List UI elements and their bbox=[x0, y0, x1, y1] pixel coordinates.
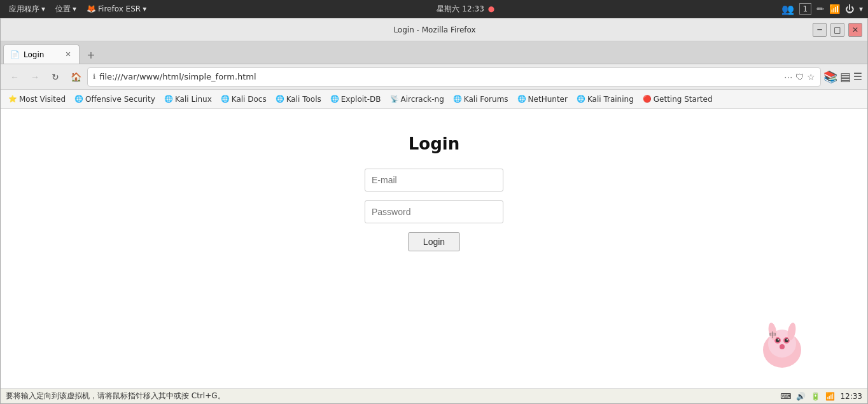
minimize-button[interactable]: ─ bbox=[813, 23, 827, 37]
more-icon[interactable]: ⋯ bbox=[784, 72, 793, 82]
close-button[interactable]: ✕ bbox=[848, 23, 862, 37]
svg-point-5 bbox=[767, 322, 778, 341]
url-bar[interactable]: ℹ file:///var/www/html/simple_form.html … bbox=[87, 67, 821, 87]
sidebar-icon[interactable]: ▤ bbox=[840, 70, 851, 83]
library-icon[interactable]: 📚 bbox=[823, 70, 837, 83]
aircrack-ng-icon: 📡 bbox=[390, 95, 399, 103]
url-bar-right-icons: ⋯ 🛡 ☆ bbox=[784, 72, 815, 82]
speaker-icon: 🔊 bbox=[796, 392, 806, 401]
exploit-db-icon: 🌐 bbox=[330, 95, 339, 103]
clock-dot: ● bbox=[488, 4, 494, 13]
shield-icon[interactable]: 🛡 bbox=[795, 72, 804, 82]
login-button[interactable]: Login bbox=[408, 232, 460, 251]
kali-tools-icon: 🌐 bbox=[276, 95, 284, 103]
svg-point-4 bbox=[780, 344, 785, 349]
home-button[interactable]: 🏠 bbox=[67, 68, 85, 86]
bookmark-aircrack-ng[interactable]: 📡 Aircrack-ng bbox=[386, 94, 448, 105]
firefox-titlebar: Login - Mozilla Firefox ─ □ ✕ bbox=[1, 18, 867, 41]
network-icon: 📶 bbox=[825, 392, 835, 401]
signal-icon: 📶 bbox=[829, 4, 840, 14]
getting-started-icon: 🔴 bbox=[643, 95, 652, 103]
firefox-arrow: ▾ bbox=[143, 4, 146, 13]
bookmark-kali-linux-label: Kali Linux bbox=[175, 95, 212, 104]
security-icon: ℹ bbox=[93, 73, 95, 81]
hamburger-menu-icon[interactable]: ☰ bbox=[853, 71, 862, 83]
tab-bar: 📄 Login ✕ + bbox=[1, 41, 867, 64]
bookmark-offensive-security-label: Offensive Security bbox=[85, 95, 155, 104]
firefox-window: Login - Mozilla Firefox ─ □ ✕ 📄 Login ✕ … bbox=[0, 18, 868, 404]
status-message: 要将输入定向到该虚拟机，请将鼠标指针移入其中或按 Ctrl+G。 bbox=[6, 391, 225, 401]
svg-point-9 bbox=[778, 339, 779, 340]
bookmarks-bar: ⭐ Most Visited 🌐 Offensive Security 🌐 Ka… bbox=[1, 90, 867, 109]
bookmark-kali-training-label: Kali Training bbox=[587, 95, 634, 104]
firefox-label: Firefox ESR bbox=[98, 4, 141, 13]
kali-docs-icon: 🌐 bbox=[221, 95, 230, 103]
people-icon[interactable]: 👥 bbox=[781, 3, 794, 15]
battery-icon: 🔋 bbox=[811, 392, 820, 401]
nethunter-icon: 🌐 bbox=[517, 95, 526, 103]
reload-button[interactable]: ↻ bbox=[46, 68, 64, 86]
applications-label: 应用程序 bbox=[9, 4, 39, 15]
svg-point-2 bbox=[774, 337, 781, 344]
login-heading: Login bbox=[409, 134, 459, 153]
workspace-indicator[interactable]: 1 bbox=[799, 3, 812, 15]
tab-favicon: 📄 bbox=[10, 50, 20, 59]
kali-forums-icon: 🌐 bbox=[453, 95, 462, 103]
bookmark-getting-started-label: Getting Started bbox=[654, 95, 713, 104]
clock-status: 12:33 bbox=[840, 392, 862, 401]
power-arrow[interactable]: ▾ bbox=[859, 4, 863, 13]
bookmark-kali-tools[interactable]: 🌐 Kali Tools bbox=[272, 94, 325, 105]
bookmark-kali-training[interactable]: 🌐 Kali Training bbox=[573, 94, 638, 105]
bookmark-most-visited-label: Most Visited bbox=[19, 95, 66, 104]
keyboard-icon: ⌨ bbox=[780, 392, 791, 401]
svg-point-8 bbox=[785, 338, 788, 342]
most-visited-icon: ⭐ bbox=[8, 95, 17, 103]
bookmark-offensive-security[interactable]: 🌐 Offensive Security bbox=[71, 94, 159, 105]
bookmark-getting-started[interactable]: 🔴 Getting Started bbox=[639, 94, 717, 105]
bookmark-aircrack-ng-label: Aircrack-ng bbox=[401, 95, 444, 104]
bookmark-nethunter[interactable]: 🌐 NetHunter bbox=[514, 94, 571, 105]
tab-close-button[interactable]: ✕ bbox=[64, 50, 73, 59]
page-content: Login Login bbox=[1, 109, 867, 388]
bookmark-star-icon[interactable]: ☆ bbox=[807, 72, 815, 82]
new-tab-button[interactable]: + bbox=[82, 46, 100, 64]
bookmark-kali-tools-label: Kali Tools bbox=[286, 95, 321, 104]
maximize-button[interactable]: □ bbox=[830, 23, 844, 37]
svg-text:中: 中 bbox=[769, 331, 776, 338]
bookmark-nethunter-label: NetHunter bbox=[528, 95, 568, 104]
email-input[interactable] bbox=[365, 169, 503, 192]
kali-linux-icon: 🌐 bbox=[164, 95, 173, 103]
login-form: Login bbox=[365, 169, 503, 251]
browser-title: Login - Mozilla Firefox bbox=[57, 25, 813, 34]
active-tab[interactable]: 📄 Login ✕ bbox=[3, 45, 80, 64]
os-topbar-right: 👥 1 ✏️ 📶 ⏻ ▾ bbox=[781, 3, 863, 15]
tab-label: Login bbox=[24, 50, 60, 59]
password-input[interactable] bbox=[365, 200, 503, 223]
kali-training-icon: 🌐 bbox=[577, 95, 585, 103]
pen-icon: ✏️ bbox=[816, 4, 824, 14]
forward-button[interactable]: → bbox=[26, 68, 44, 86]
mascot-area: 中 bbox=[747, 309, 817, 372]
offensive-security-icon: 🌐 bbox=[74, 95, 83, 103]
svg-point-6 bbox=[787, 322, 797, 341]
firefox-menu[interactable]: 🦊 Firefox ESR ▾ bbox=[83, 3, 150, 15]
status-bar: 要将输入定向到该虚拟机，请将鼠标指针移入其中或按 Ctrl+G。 ⌨ 🔊 🔋 📶… bbox=[1, 388, 867, 403]
places-menu[interactable]: 位置 ▾ bbox=[52, 3, 80, 16]
bookmark-kali-docs[interactable]: 🌐 Kali Docs bbox=[217, 94, 270, 105]
bookmark-kali-linux[interactable]: 🌐 Kali Linux bbox=[160, 94, 216, 105]
url-text: file:///var/www/html/simple_form.html bbox=[99, 72, 780, 81]
back-button[interactable]: ← bbox=[6, 68, 24, 86]
mascot-svg: 中 bbox=[747, 309, 817, 372]
clock-display: 星期六 12:33 bbox=[437, 4, 484, 15]
places-arrow: ▾ bbox=[73, 4, 76, 13]
applications-menu[interactable]: 应用程序 ▾ bbox=[5, 3, 49, 16]
bookmark-exploit-db-label: Exploit-DB bbox=[341, 95, 381, 104]
bookmark-exploit-db[interactable]: 🌐 Exploit-DB bbox=[326, 94, 385, 105]
firefox-icon: 🦊 bbox=[87, 4, 96, 13]
bookmark-kali-forums[interactable]: 🌐 Kali Forums bbox=[449, 94, 512, 105]
power-icon[interactable]: ⏻ bbox=[845, 4, 854, 14]
svg-point-10 bbox=[787, 339, 788, 340]
svg-point-1 bbox=[768, 330, 796, 358]
svg-point-3 bbox=[783, 337, 790, 344]
bookmark-most-visited[interactable]: ⭐ Most Visited bbox=[4, 94, 69, 105]
